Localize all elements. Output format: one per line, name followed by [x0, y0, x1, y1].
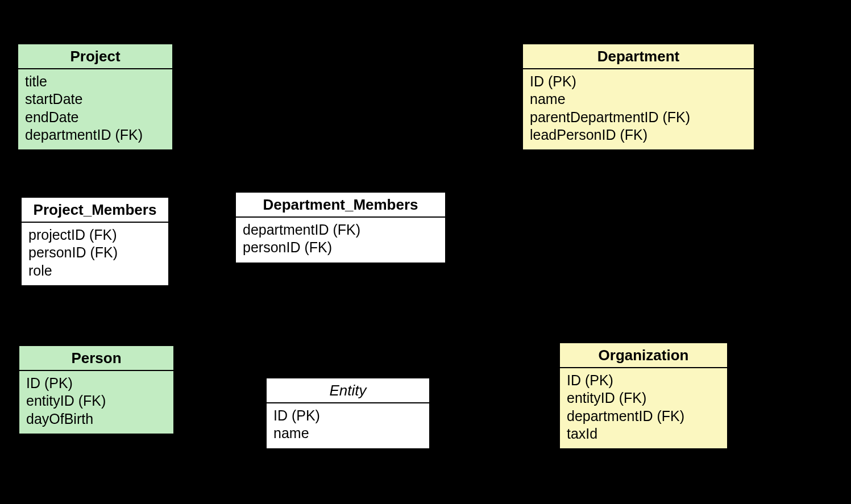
entity-person-title: Person: [19, 346, 173, 371]
attr: entityID (FK): [26, 392, 167, 410]
entity-project-members-title: Project_Members: [22, 198, 168, 223]
attr: projectID (FK): [28, 226, 161, 244]
attr: departmentID (FK): [243, 221, 438, 239]
entity-person: Person ID (PK) entityID (FK) dayOfBirth: [18, 345, 175, 435]
attr: taxId: [567, 425, 720, 443]
entity-organization: Organization ID (PK) entityID (FK) depar…: [559, 342, 728, 449]
attr: ID (PK): [530, 73, 747, 90]
attr: endDate: [25, 109, 165, 126]
entity-department-attrs: ID (PK) name parentDepartmentID (FK) lea…: [523, 69, 754, 149]
attr: personID (FK): [28, 244, 161, 261]
entity-department-members: Department_Members departmentID (FK) per…: [235, 191, 446, 264]
attr: leadPersonID (FK): [530, 126, 747, 144]
entity-organization-attrs: ID (PK) entityID (FK) departmentID (FK) …: [560, 368, 727, 448]
attr: ID (PK): [567, 372, 720, 389]
attr: name: [530, 90, 747, 108]
attr: role: [28, 262, 161, 280]
attr: personID (FK): [243, 239, 438, 256]
er-diagram-canvas: Project title startDate endDate departme…: [0, 0, 851, 504]
entity-entity: Entity ID (PK) name: [265, 377, 430, 449]
attr: name: [273, 424, 422, 442]
attr: ID (PK): [26, 374, 167, 392]
entity-department-members-attrs: departmentID (FK) personID (FK): [236, 218, 445, 263]
attr: dayOfBirth: [26, 410, 167, 428]
attr: startDate: [25, 90, 165, 108]
entity-department-title: Department: [523, 44, 754, 69]
entity-department-members-title: Department_Members: [236, 193, 445, 218]
attr: departmentID (FK): [25, 126, 165, 144]
entity-entity-title: Entity: [267, 378, 429, 403]
attr: ID (PK): [273, 407, 422, 424]
attr: entityID (FK): [567, 389, 720, 407]
entity-project: Project title startDate endDate departme…: [17, 43, 173, 151]
attr: parentDepartmentID (FK): [530, 109, 747, 126]
entity-department: Department ID (PK) name parentDepartment…: [522, 43, 755, 151]
entity-project-members-attrs: projectID (FK) personID (FK) role: [22, 223, 168, 285]
entity-person-attrs: ID (PK) entityID (FK) dayOfBirth: [19, 371, 173, 434]
entity-project-members: Project_Members projectID (FK) personID …: [20, 197, 169, 286]
entity-organization-title: Organization: [560, 343, 727, 368]
entity-project-title: Project: [18, 44, 172, 69]
entity-entity-attrs: ID (PK) name: [267, 403, 429, 448]
entity-project-attrs: title startDate endDate departmentID (FK…: [18, 69, 172, 149]
attr: title: [25, 73, 165, 90]
attr: departmentID (FK): [567, 407, 720, 425]
